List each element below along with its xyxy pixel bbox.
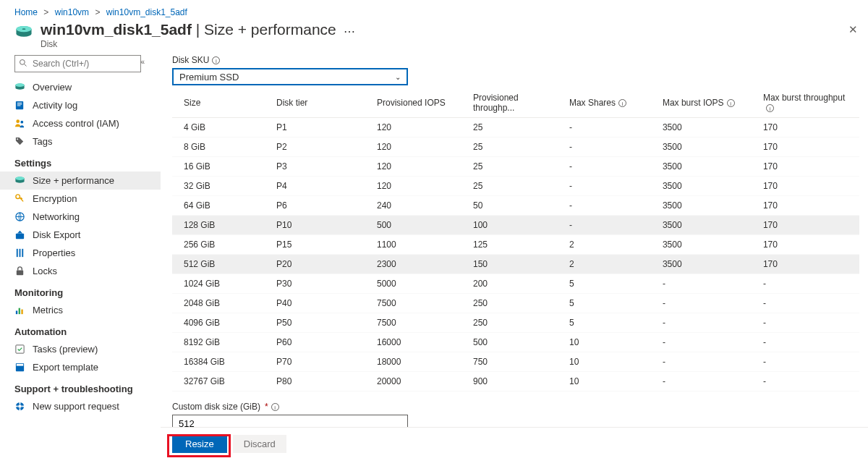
sidebar-item-tasks-preview-[interactable]: Tasks (preview)	[0, 340, 161, 358]
table-cell: 4096 GiB	[172, 313, 271, 333]
sidebar: « OverviewActivity logAccess control (IA…	[0, 55, 161, 460]
table-row[interactable]: 256 GiBP15110012523500170	[172, 235, 859, 255]
discard-button[interactable]: Discard	[233, 435, 286, 453]
sidebar-item-locks[interactable]: Locks	[0, 262, 161, 280]
sidebar-item-overview[interactable]: Overview	[0, 78, 161, 96]
column-header[interactable]: Disk tier	[271, 88, 371, 118]
column-header[interactable]: Size	[172, 88, 271, 118]
net-icon	[14, 211, 25, 222]
table-row[interactable]: 16384 GiBP701800075010--	[172, 352, 859, 372]
table-cell: P30	[271, 274, 371, 294]
table-row[interactable]: 4096 GiBP5075002505--	[172, 313, 859, 333]
main-content: Disk SKU i Premium SSD ⌄ SizeDisk tierPr…	[161, 55, 868, 460]
info-icon[interactable]: i	[212, 56, 220, 64]
sidebar-item-access-control-iam-[interactable]: Access control (IAM)	[0, 114, 161, 132]
table-row[interactable]: 4 GiBP112025-3500170	[172, 118, 859, 137]
table-cell: 25	[467, 137, 563, 157]
table-cell: -	[757, 294, 859, 313]
table-row[interactable]: 128 GiBP10500100-3500170	[172, 216, 859, 235]
sidebar-item-properties[interactable]: Properties	[0, 244, 161, 262]
sidebar-item-metrics[interactable]: Metrics	[0, 301, 161, 319]
table-row[interactable]: 32 GiBP412025-3500170	[172, 177, 859, 196]
table-cell: 64 GiB	[172, 196, 271, 216]
breadcrumb-vm[interactable]: win10vm	[55, 7, 89, 17]
table-row[interactable]: 512 GiBP20230015023500170	[172, 255, 859, 274]
svg-rect-22	[17, 271, 23, 276]
svg-point-6	[15, 84, 24, 88]
table-cell: -	[563, 196, 657, 216]
table-cell: -	[563, 157, 657, 177]
disk-icon	[14, 82, 25, 93]
info-icon[interactable]: i	[618, 99, 626, 107]
table-cell: 5	[563, 313, 657, 333]
info-icon[interactable]: i	[766, 104, 774, 112]
table-cell: 120	[371, 157, 467, 177]
custom-size-label: Custom disk size (GiB) * i	[172, 402, 861, 412]
sidebar-item-label: Metrics	[33, 305, 63, 315]
table-cell: 20000	[371, 372, 467, 391]
table-cell: -	[757, 352, 859, 372]
sidebar-item-new-support-request[interactable]: New support request	[0, 397, 161, 415]
sidebar-item-encryption[interactable]: Encryption	[0, 190, 161, 208]
table-cell: P3	[271, 157, 371, 177]
column-header[interactable]: Provisioned IOPS	[371, 88, 467, 118]
resize-button[interactable]: Resize	[172, 435, 227, 453]
svg-rect-28	[17, 364, 23, 366]
table-cell: 120	[371, 137, 467, 157]
table-cell: P20	[271, 255, 371, 274]
breadcrumb-home[interactable]: Home	[14, 7, 38, 17]
sidebar-item-disk-export[interactable]: Disk Export	[0, 226, 161, 244]
resource-type-label: Disk	[41, 39, 336, 49]
table-cell: 250	[467, 294, 563, 313]
table-row[interactable]: 8 GiBP212025-3500170	[172, 137, 859, 157]
table-cell: 10	[563, 372, 657, 391]
disk-sku-dropdown[interactable]: Premium SSD ⌄	[172, 68, 408, 85]
table-cell: 250	[467, 313, 563, 333]
collapse-sidebar-button[interactable]: «	[140, 58, 145, 66]
table-row[interactable]: 16 GiBP312025-3500170	[172, 157, 859, 177]
table-cell: -	[657, 333, 757, 352]
table-row[interactable]: 64 GiBP624050-3500170	[172, 196, 859, 216]
info-icon[interactable]: i	[727, 99, 735, 107]
table-row[interactable]: 32767 GiBP802000090010--	[172, 372, 859, 391]
table-cell: 170	[757, 216, 859, 235]
column-header[interactable]: Max Sharesi	[563, 88, 657, 118]
table-cell: 256 GiB	[172, 235, 271, 255]
column-header[interactable]: Max burst IOPSi	[657, 88, 757, 118]
column-header[interactable]: Max burst throughputi	[757, 88, 859, 118]
search-input[interactable]	[14, 55, 141, 72]
close-blade-button[interactable]: ✕	[848, 23, 858, 36]
breadcrumb-disk[interactable]: win10vm_disk1_5adf	[106, 7, 187, 17]
table-cell: P6	[271, 196, 371, 216]
sidebar-item-activity-log[interactable]: Activity log	[0, 96, 161, 114]
table-cell: 170	[757, 235, 859, 255]
sidebar-item-tags[interactable]: Tags	[0, 132, 161, 151]
props-icon	[14, 247, 25, 258]
table-row[interactable]: 1024 GiBP3050002005--	[172, 274, 859, 294]
table-cell: 100	[467, 216, 563, 235]
column-header[interactable]: Provisioned throughp...	[467, 88, 563, 118]
log-icon	[14, 100, 25, 111]
table-row[interactable]: 8192 GiBP601600050010--	[172, 333, 859, 352]
iam-icon	[14, 118, 25, 129]
more-actions-button[interactable]: ⋯	[344, 25, 356, 38]
table-cell: 7500	[371, 313, 467, 333]
search-icon	[19, 59, 27, 67]
sidebar-item-export-template[interactable]: Export template	[0, 358, 161, 376]
info-icon[interactable]: i	[271, 403, 279, 411]
page-header: win10vm_disk1_5adf | Size + performance …	[0, 20, 868, 55]
table-cell: -	[757, 313, 859, 333]
table-row[interactable]: 2048 GiBP4075002505--	[172, 294, 859, 313]
table-cell: P60	[271, 333, 371, 352]
table-cell: 3500	[657, 196, 757, 216]
table-cell: 5000	[371, 274, 467, 294]
sidebar-item-networking[interactable]: Networking	[0, 208, 161, 226]
svg-rect-31	[20, 402, 21, 404]
table-cell: 170	[757, 137, 859, 157]
disk-sku-label: Disk SKU i	[172, 55, 861, 65]
sidebar-item-size-performance[interactable]: Size + performance	[0, 171, 161, 190]
metrics-icon	[14, 305, 25, 315]
table-cell: 50	[467, 196, 563, 216]
table-cell: 8192 GiB	[172, 333, 271, 352]
table-cell: 3500	[657, 157, 757, 177]
